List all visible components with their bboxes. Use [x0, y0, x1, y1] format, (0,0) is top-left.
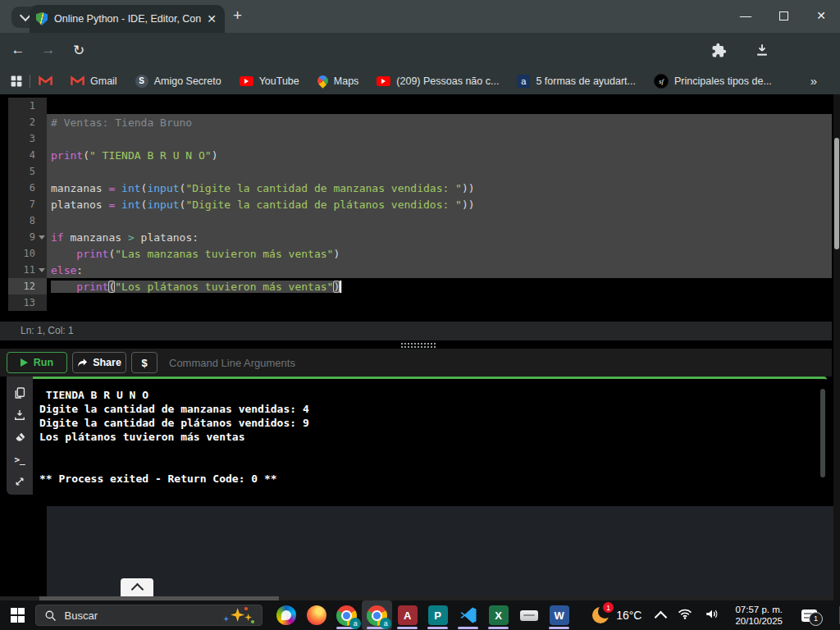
- expand-console-icon[interactable]: [13, 475, 26, 488]
- command-line-arguments-input[interactable]: [162, 351, 832, 374]
- code-line[interactable]: 7platanos = int(input("Digite la cantida…: [8, 196, 832, 212]
- taskbar-app-word[interactable]: W: [544, 600, 574, 630]
- taskbar-app-copilot[interactable]: [271, 600, 301, 630]
- notification-center-icon[interactable]: 1: [801, 609, 817, 622]
- taskbar-app-drive[interactable]: [514, 600, 544, 630]
- code-line[interactable]: 9if manzanas > platanos:: [8, 229, 832, 245]
- extensions-icon[interactable]: [707, 33, 730, 67]
- bookmark-item[interactable]: Maps: [317, 75, 359, 87]
- bookmark-label: Gmail: [90, 75, 117, 87]
- bookmark-item[interactable]: (209) Pessoas não c...: [377, 75, 499, 87]
- code-text[interactable]: [47, 294, 832, 311]
- clear-output-icon[interactable]: [13, 431, 26, 444]
- code-text[interactable]: print("Los plátanos tuvieron más ventas"…: [47, 278, 832, 294]
- taskbar-app-firefox[interactable]: [301, 600, 331, 630]
- fold-arrow-icon[interactable]: [39, 268, 45, 272]
- volume-icon[interactable]: [705, 608, 719, 623]
- scroll-to-top-button[interactable]: [121, 578, 153, 596]
- bookmarks-overflow-chevron[interactable]: »: [810, 74, 817, 88]
- bookmark-item[interactable]: Gmail: [71, 75, 117, 87]
- code-line[interactable]: 1: [8, 98, 832, 114]
- line-number[interactable]: 13: [8, 294, 47, 311]
- code-line[interactable]: 5: [8, 163, 832, 180]
- line-number[interactable]: 7: [8, 196, 47, 212]
- bookmark-item[interactable]: SAmigo Secreto: [135, 75, 221, 88]
- run-button[interactable]: Run: [7, 352, 67, 373]
- code-text[interactable]: [47, 163, 832, 180]
- tab-close-icon[interactable]: ✕: [205, 13, 218, 25]
- console-scrollbar[interactable]: [820, 389, 825, 477]
- clock[interactable]: 07:57 p. m. 20/10/2025: [735, 604, 783, 627]
- forward-button[interactable]: →: [37, 33, 60, 67]
- line-number[interactable]: 10: [8, 245, 47, 262]
- line-number[interactable]: 11: [8, 262, 47, 278]
- taskbar-search-box[interactable]: Buscar: [35, 605, 263, 626]
- fold-arrow-icon[interactable]: [39, 235, 45, 240]
- line-number[interactable]: 2: [8, 114, 47, 130]
- line-number[interactable]: 6: [8, 180, 47, 196]
- code-text[interactable]: platanos = int(input("Digite la cantidad…: [47, 196, 832, 212]
- bookmark-item[interactable]: sfPrincipales tipos de...: [654, 74, 772, 89]
- console-output[interactable]: TIENDA B R U N ODigite la cantidad de ma…: [33, 377, 827, 495]
- taskbar-app-chrome[interactable]: a: [331, 600, 362, 630]
- apps-grid-icon[interactable]: [10, 75, 23, 88]
- code-text[interactable]: [47, 130, 832, 147]
- line-number[interactable]: 12: [8, 278, 47, 294]
- bookmark-item[interactable]: [39, 75, 52, 86]
- downloads-icon[interactable]: [751, 33, 774, 67]
- line-number[interactable]: 9: [8, 229, 47, 245]
- line-number[interactable]: 3: [8, 130, 47, 147]
- shell-button[interactable]: $: [131, 352, 158, 373]
- code-text[interactable]: print("Las manzanas tuvieron más ventas"…: [47, 245, 832, 262]
- code-text[interactable]: manzanas = int(input("Digite la cantidad…: [47, 180, 832, 196]
- code-text[interactable]: print(" TIENDA B R U N O"): [47, 147, 832, 163]
- bookmark-item[interactable]: a5 formas de ayudart...: [517, 75, 636, 88]
- line-number[interactable]: 1: [8, 98, 47, 114]
- taskbar-app-excel[interactable]: X: [483, 600, 514, 630]
- minimize-button[interactable]: —: [727, 0, 765, 31]
- weather-widget[interactable]: 1 16°C: [592, 607, 641, 623]
- restore-button[interactable]: [765, 0, 802, 31]
- taskbar-app-publisher[interactable]: P: [422, 600, 453, 630]
- wifi-icon[interactable]: [678, 608, 692, 623]
- line-number[interactable]: 5: [8, 163, 47, 180]
- profile-badge: a: [349, 618, 361, 629]
- code-line[interactable]: 10 print("Las manzanas tuvieron más vent…: [8, 245, 832, 262]
- gmail-icon: [39, 75, 52, 86]
- line-number[interactable]: 8: [8, 212, 47, 229]
- code-line[interactable]: 8: [8, 212, 832, 229]
- close-button[interactable]: ✕: [802, 0, 840, 31]
- code-line[interactable]: 3: [8, 130, 832, 147]
- code-line[interactable]: 11else:: [8, 262, 832, 278]
- line-number[interactable]: 4: [8, 147, 47, 163]
- taskbar-app-vscode[interactable]: [453, 600, 483, 630]
- code-line[interactable]: 2# Ventas: Tienda Bruno: [8, 114, 832, 130]
- share-button[interactable]: Share: [72, 352, 126, 373]
- code-line[interactable]: 13: [8, 294, 832, 311]
- taskbar-app-chrome[interactable]: a: [362, 600, 392, 630]
- code-text[interactable]: [47, 98, 832, 114]
- output-console: >_ TIENDA B R U N ODigite la cantidad de…: [7, 377, 827, 495]
- start-button[interactable]: [0, 608, 35, 623]
- back-button[interactable]: ←: [7, 33, 30, 67]
- download-output-icon[interactable]: [13, 409, 26, 422]
- code-text[interactable]: else:: [47, 262, 832, 278]
- tray-chevron-up-icon[interactable]: [655, 610, 668, 623]
- running-indicator: [427, 627, 448, 629]
- copy-output-icon[interactable]: [13, 386, 26, 399]
- bookmark-item[interactable]: YouTube: [240, 75, 299, 87]
- terminal-icon[interactable]: >_: [13, 453, 26, 466]
- tab-title: Online Python - IDE, Editor, Con: [54, 13, 205, 25]
- code-editor[interactable]: 12# Ventas: Tienda Bruno34print(" TIENDA…: [8, 98, 832, 311]
- page-scrollbar[interactable]: [833, 94, 840, 600]
- code-text[interactable]: [47, 212, 832, 229]
- reload-button[interactable]: ↻: [67, 33, 90, 67]
- code-line[interactable]: 6manzanas = int(input("Digite la cantida…: [8, 180, 832, 196]
- browser-tab[interactable]: Online Python - IDE, Editor, Con ✕: [30, 5, 225, 33]
- code-text[interactable]: if manzanas > platanos:: [47, 229, 832, 245]
- taskbar-app-access[interactable]: A: [392, 600, 422, 630]
- new-tab-button[interactable]: +: [233, 7, 242, 25]
- code-line[interactable]: 4print(" TIENDA B R U N O"): [8, 147, 832, 163]
- code-text[interactable]: # Ventas: Tienda Bruno: [47, 114, 832, 130]
- code-line[interactable]: 12 print("Los plátanos tuvieron más vent…: [8, 278, 832, 294]
